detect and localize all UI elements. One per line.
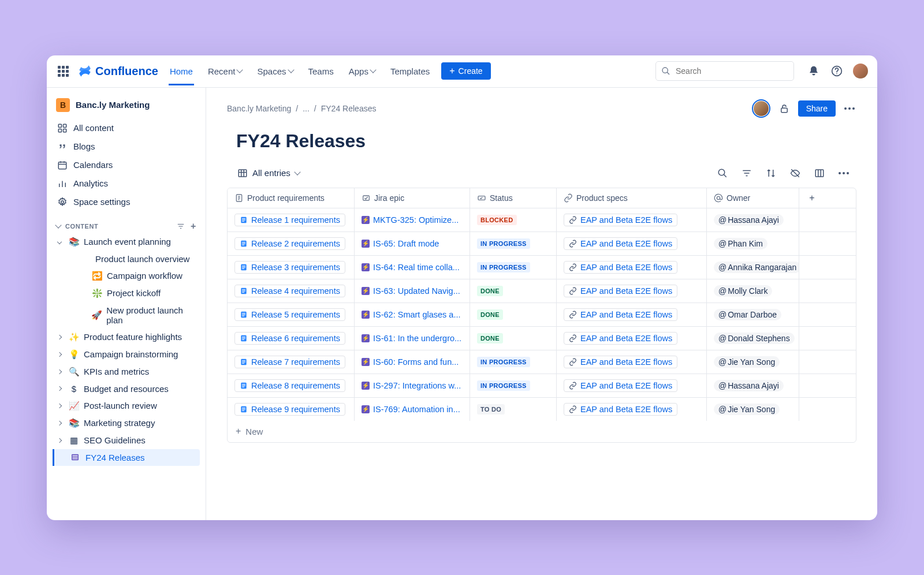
expand-icon[interactable] — [55, 370, 64, 374]
cell-specs[interactable]: EAP and Beta E2E flows — [557, 350, 707, 374]
sidebar-all-content[interactable]: All content — [53, 119, 200, 137]
cell-status[interactable]: IN PROGRESS — [470, 374, 557, 397]
cell-status[interactable]: TO DO — [470, 398, 557, 421]
help-icon[interactable] — [830, 64, 844, 78]
sidebar-analytics[interactable]: Analytics — [53, 174, 200, 193]
cell-owner[interactable]: @Omar Darboe — [707, 303, 799, 326]
user-mention[interactable]: @Phan Kim — [714, 238, 767, 249]
cell-product-req[interactable]: Release 6 requirements — [228, 327, 355, 350]
page-pill[interactable]: Release 9 requirements — [234, 403, 345, 416]
create-button[interactable]: + Create — [441, 62, 490, 80]
cell-status[interactable]: IN PROGRESS — [470, 256, 557, 279]
cell-owner[interactable]: @Jie Yan Song — [707, 350, 799, 374]
link-pill[interactable]: EAP and Beta E2E flows — [564, 214, 677, 226]
cell-specs[interactable]: EAP and Beta E2E flows — [557, 256, 707, 279]
nav-apps[interactable]: Apps — [348, 57, 377, 85]
cell-owner[interactable]: @Annika Rangarajan — [707, 256, 799, 279]
user-mention[interactable]: @Donald Stephens — [714, 333, 795, 344]
link-pill[interactable]: EAP and Beta E2E flows — [564, 237, 677, 250]
user-mention[interactable]: @Hassana Ajayi — [714, 214, 784, 226]
nav-recent[interactable]: Recent — [207, 57, 244, 85]
cell-specs[interactable]: EAP and Beta E2E flows — [557, 327, 707, 350]
tree-item[interactable]: 📈Post-launch review — [53, 397, 200, 415]
nav-templates[interactable]: Templates — [389, 57, 431, 85]
breadcrumb-item[interactable]: ... — [303, 104, 310, 113]
cell-owner[interactable]: @Molly Clark — [707, 279, 799, 303]
cell-product-req[interactable]: Release 9 requirements — [228, 398, 355, 421]
sidebar-space-settings[interactable]: Space settings — [53, 193, 200, 211]
col-header-jira[interactable]: Jira epic — [355, 188, 470, 208]
expand-icon[interactable] — [55, 439, 64, 442]
sort-icon[interactable] — [764, 166, 778, 180]
col-header-product-req[interactable]: Product requirements — [228, 188, 355, 208]
chevron-down-icon[interactable] — [55, 222, 61, 228]
link-pill[interactable]: EAP and Beta E2E flows — [564, 379, 677, 392]
page-pill[interactable]: Release 7 requirements — [234, 356, 345, 368]
tree-item[interactable]: 🔍KPIs and metrics — [53, 363, 200, 380]
cell-owner[interactable]: @Hassana Ajayi — [707, 208, 799, 232]
cell-jira[interactable]: ⚡IS-65: Draft mode — [355, 232, 470, 255]
tree-item[interactable]: ❇️Project kickoff — [53, 285, 200, 302]
cell-specs[interactable]: EAP and Beta E2E flows — [557, 208, 707, 232]
cell-status[interactable]: IN PROGRESS — [470, 232, 557, 255]
presence-avatar[interactable] — [752, 99, 770, 118]
cell-product-req[interactable]: Release 1 requirements — [228, 208, 355, 232]
page-pill[interactable]: Release 6 requirements — [234, 332, 345, 345]
page-pill[interactable]: Release 5 requirements — [234, 308, 345, 321]
tree-item[interactable]: Product launch overview — [53, 251, 200, 267]
cell-owner[interactable]: @Jie Yan Song — [707, 398, 799, 421]
tree-item[interactable]: 🚀New product launch plan — [53, 302, 200, 328]
tree-item[interactable]: 📚Marketing strategy — [53, 415, 200, 432]
link-pill[interactable]: EAP and Beta E2E flows — [564, 332, 677, 345]
search-input[interactable] — [655, 61, 794, 81]
more-icon[interactable] — [837, 166, 851, 180]
tree-item[interactable]: 📚Launch event planning — [53, 233, 200, 251]
cell-status[interactable]: IN PROGRESS — [470, 350, 557, 374]
cell-product-req[interactable]: Release 8 requirements — [228, 374, 355, 397]
expand-icon[interactable] — [55, 240, 64, 244]
sidebar-calendars[interactable]: Calendars — [53, 156, 200, 174]
filter-icon[interactable] — [177, 222, 185, 230]
link-pill[interactable]: EAP and Beta E2E flows — [564, 403, 677, 416]
col-header-specs[interactable]: Product specs — [557, 188, 707, 208]
page-pill[interactable]: Release 8 requirements — [234, 379, 345, 392]
user-avatar[interactable] — [853, 64, 868, 79]
tree-item[interactable]: FY24 Releases — [53, 449, 200, 466]
expand-icon[interactable] — [55, 404, 64, 408]
cell-product-req[interactable]: Release 5 requirements — [228, 303, 355, 326]
cell-status[interactable]: DONE — [470, 303, 557, 326]
view-selector[interactable]: All entries — [233, 165, 304, 182]
page-pill[interactable]: Release 1 requirements — [234, 214, 345, 226]
nav-teams[interactable]: Teams — [307, 57, 335, 85]
cell-jira[interactable]: ⚡IS-62: Smart glases a... — [355, 303, 470, 326]
cell-specs[interactable]: EAP and Beta E2E flows — [557, 303, 707, 326]
tree-item[interactable]: ✨Product feature highlights — [53, 328, 200, 346]
user-mention[interactable]: @Omar Darboe — [714, 309, 781, 320]
user-mention[interactable]: @Annika Rangarajan — [714, 262, 799, 273]
tree-item[interactable]: ▦SEO Guidelines — [53, 432, 200, 449]
cell-jira[interactable]: ⚡IS-297: Integrations w... — [355, 374, 470, 397]
cell-owner[interactable]: @Hassana Ajayi — [707, 374, 799, 397]
search-icon[interactable] — [716, 166, 729, 180]
tree-item[interactable]: 🔁Campaign workflow — [53, 267, 200, 285]
breadcrumb-item[interactable]: FY24 Releases — [321, 104, 377, 113]
link-pill[interactable]: EAP and Beta E2E flows — [564, 285, 677, 297]
expand-icon[interactable] — [55, 421, 64, 425]
nav-spaces[interactable]: Spaces — [256, 57, 294, 85]
cell-jira[interactable]: ⚡IS-769: Automation in... — [355, 398, 470, 421]
cell-specs[interactable]: EAP and Beta E2E flows — [557, 374, 707, 397]
sidebar-blogs[interactable]: Blogs — [53, 137, 200, 156]
space-header[interactable]: B Banc.ly Marketing — [53, 96, 200, 119]
cell-specs[interactable]: EAP and Beta E2E flows — [557, 398, 707, 421]
cell-product-req[interactable]: Release 7 requirements — [228, 350, 355, 374]
new-row-button[interactable]: + New — [228, 421, 856, 442]
cell-specs[interactable]: EAP and Beta E2E flows — [557, 232, 707, 255]
restrictions-icon[interactable] — [777, 102, 791, 115]
nav-home[interactable]: Home — [169, 57, 194, 85]
expand-icon[interactable] — [55, 387, 64, 390]
cell-jira[interactable]: ⚡IS-61: In the undergro... — [355, 327, 470, 350]
filter-icon[interactable] — [740, 166, 754, 180]
cell-specs[interactable]: EAP and Beta E2E flows — [557, 279, 707, 303]
layout-icon[interactable] — [813, 166, 826, 180]
cell-owner[interactable]: @Phan Kim — [707, 232, 799, 255]
